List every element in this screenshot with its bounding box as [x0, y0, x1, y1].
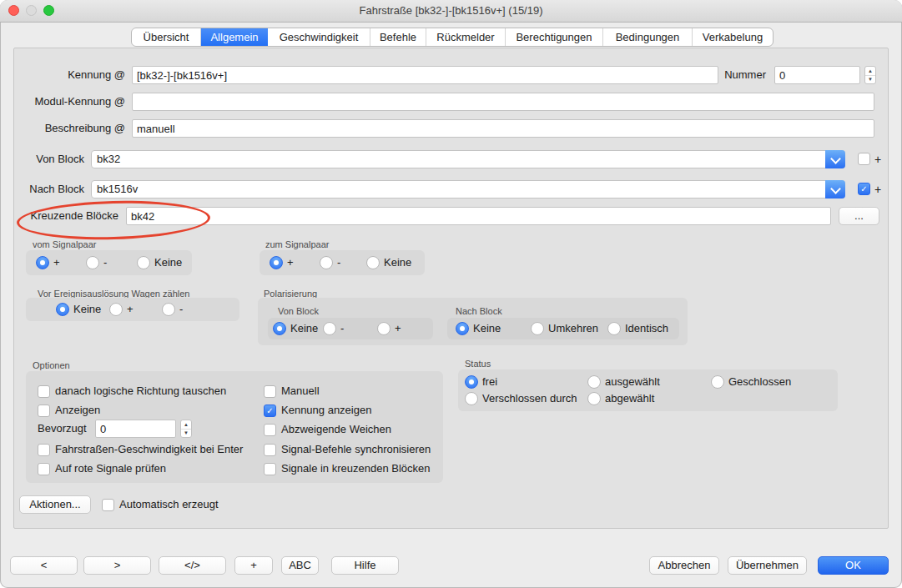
- aktionen-button[interactable]: Aktionen...: [19, 495, 91, 514]
- checkbox-kennung-anzeigen[interactable]: Kennung anzeigen: [264, 404, 371, 417]
- window-title: Fahrstraße [bk32-]-[bk1516v+] (15/19): [0, 0, 902, 22]
- radio-vom-keine[interactable]: Keine: [137, 256, 182, 269]
- radio-wagen-minus[interactable]: -: [162, 303, 183, 316]
- tab-geschwindigkeit[interactable]: Geschwindigkeit: [268, 28, 370, 46]
- radio-status-geschlossen[interactable]: Geschlossen: [711, 375, 791, 389]
- nach-block-label: Nach Block: [14, 183, 84, 196]
- bevorzugt-input[interactable]: [95, 420, 176, 438]
- radio-pol-nach-identisch[interactable]: Identisch: [607, 322, 668, 335]
- radio-selected-icon: [273, 322, 286, 335]
- checkbox-label: Anzeigen: [55, 404, 100, 417]
- radio-icon: [711, 375, 724, 389]
- radio-label: Keine: [384, 256, 411, 269]
- polarisierung-nach-block-title: Nach Block: [456, 305, 502, 317]
- checkbox-abzweigende-weichen[interactable]: Abzweigende Weichen: [264, 423, 391, 436]
- checkbox-signal-befehle-sync[interactable]: Signal-Befehle synchronisieren: [264, 443, 431, 456]
- radio-label: -: [340, 322, 344, 335]
- annotation-ellipse: [16, 199, 210, 242]
- kennung-input[interactable]: [132, 66, 718, 84]
- stepper-up-icon[interactable]: ▲: [865, 67, 875, 76]
- tab-rueckmelder[interactable]: Rückmelder: [426, 28, 506, 46]
- tab-berechtigungen[interactable]: Berechtigungen: [506, 28, 603, 46]
- optionen-group: danach logische Richtung tauschen Anzeig…: [26, 371, 443, 483]
- radio-pol-von-plus[interactable]: +: [377, 322, 401, 335]
- next-button[interactable]: >: [83, 556, 151, 575]
- radio-icon: [465, 392, 478, 405]
- tab-verkabelung[interactable]: Verkabelung: [693, 28, 773, 46]
- checkbox-signale-kreuzende[interactable]: Signale in kreuzenden Blöcken: [264, 462, 431, 475]
- radio-label: -: [179, 303, 183, 316]
- vom-signalpaar-title: vom Signalpaar: [33, 239, 96, 250]
- radio-pol-von-keine[interactable]: Keine: [273, 322, 318, 335]
- checkbox-geschwindigkeit-enter[interactable]: Fahrstraßen-Geschwindigkeit bei Enter: [38, 443, 243, 456]
- checkbox-label: danach logische Richtung tauschen: [55, 384, 226, 398]
- checkbox-anzeigen[interactable]: Anzeigen: [38, 404, 100, 417]
- kreuzende-more-button[interactable]: ...: [839, 207, 879, 225]
- radio-vom-plus[interactable]: +: [36, 256, 60, 269]
- radio-status-verschlossen[interactable]: Verschlossen durch: [465, 392, 577, 405]
- kreuzende-bloecke-input[interactable]: [126, 207, 831, 225]
- hilfe-button[interactable]: Hilfe: [331, 556, 399, 575]
- radio-status-abgewaehlt[interactable]: abgewählt: [587, 392, 654, 405]
- bevorzugt-stepper[interactable]: ▲ ▼: [180, 420, 192, 438]
- von-block-combobox[interactable]: bk32: [91, 150, 845, 168]
- checkbox-richtung-tauschen[interactable]: danach logische Richtung tauschen: [38, 384, 226, 398]
- status-title: Status: [465, 358, 491, 369]
- radio-pol-nach-umkehren[interactable]: Umkehren: [531, 322, 598, 335]
- tab-bedingungen[interactable]: Bedingungen: [603, 28, 693, 46]
- polarisierung-nach-block-group: Keine Umkehren Identisch: [447, 318, 679, 339]
- status-group: frei ausgewählt Geschlossen Verschlossen…: [458, 369, 838, 411]
- radio-wagen-plus[interactable]: +: [109, 303, 134, 316]
- radio-zum-minus[interactable]: -: [320, 256, 340, 269]
- tab-uebersicht[interactable]: Übersicht: [132, 28, 201, 46]
- uebernehmen-button[interactable]: Übernehmen: [728, 556, 807, 575]
- radio-label: abgewählt: [605, 392, 654, 405]
- abc-button[interactable]: ABC: [281, 556, 319, 575]
- von-block-plus-checkbox[interactable]: [858, 153, 870, 165]
- ok-button[interactable]: OK: [818, 556, 889, 575]
- tab-allgemein[interactable]: Allgemein: [201, 28, 268, 46]
- radio-pol-nach-keine[interactable]: Keine: [456, 322, 501, 335]
- radio-wagen-keine[interactable]: Keine: [56, 303, 101, 316]
- stepper-down-icon[interactable]: ▼: [181, 430, 191, 438]
- radio-zum-plus[interactable]: +: [270, 256, 294, 269]
- nach-block-plus-checkbox[interactable]: [858, 183, 870, 195]
- radio-label: Umkehren: [548, 322, 598, 335]
- modul-kennung-input[interactable]: [132, 93, 874, 111]
- nach-block-combobox[interactable]: bk1516v: [91, 180, 845, 199]
- radio-selected-icon: [270, 256, 283, 269]
- chevron-down-icon[interactable]: [825, 180, 845, 199]
- checkbox-automatisch-erzeugt[interactable]: Automatisch erzeugt: [102, 498, 219, 511]
- checkbox-manuell[interactable]: Manuell: [264, 384, 320, 398]
- modul-kennung-label: Modul-Kennung @: [14, 95, 125, 108]
- radio-status-frei[interactable]: frei: [465, 375, 497, 389]
- nach-block-plus-label: +: [874, 183, 881, 196]
- allgemein-panel: Kennung @ Nummer ▲ ▼ Modul-Kennung @ Bes…: [13, 48, 889, 529]
- radio-zum-keine[interactable]: Keine: [366, 256, 411, 269]
- radio-label: Keine: [154, 256, 182, 269]
- radio-vom-minus[interactable]: -: [86, 256, 107, 269]
- radio-label: Identisch: [625, 322, 668, 335]
- beschreibung-label: Beschreibung @: [14, 122, 125, 135]
- checkbox-label: Auf rote Signale prüfen: [55, 462, 166, 475]
- tab-befehle[interactable]: Befehle: [370, 28, 426, 46]
- chevron-down-icon[interactable]: [825, 150, 845, 168]
- nummer-input[interactable]: [774, 66, 860, 84]
- zum-signalpaar-title: zum Signalpaar: [265, 239, 329, 250]
- checkbox-icon: [264, 463, 276, 475]
- stepper-up-icon[interactable]: ▲: [181, 420, 191, 430]
- abbrechen-button[interactable]: Abbrechen: [649, 556, 719, 575]
- prev-button[interactable]: <: [10, 556, 78, 575]
- radio-selected-icon: [465, 375, 478, 389]
- beschreibung-input[interactable]: [132, 119, 874, 138]
- code-button[interactable]: </>: [159, 556, 226, 575]
- checkbox-rote-signale[interactable]: Auf rote Signale prüfen: [38, 462, 166, 475]
- checkbox-checked-icon: [264, 405, 276, 417]
- plus-button[interactable]: +: [234, 556, 273, 575]
- checkbox-icon: [264, 444, 276, 456]
- radio-pol-von-minus[interactable]: -: [323, 322, 344, 335]
- radio-status-ausgewaehlt[interactable]: ausgewählt: [587, 375, 660, 389]
- stepper-down-icon[interactable]: ▼: [865, 76, 875, 84]
- nummer-stepper[interactable]: ▲ ▼: [864, 66, 876, 84]
- radio-label: ausgewählt: [605, 375, 660, 389]
